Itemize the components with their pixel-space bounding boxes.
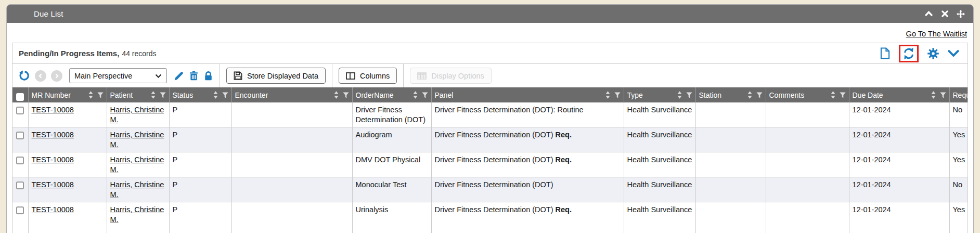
records-count: 44 records [122, 49, 156, 58]
patient-link[interactable]: Harris, Christine M. [110, 131, 164, 149]
filter-icon[interactable] [940, 92, 946, 98]
panel-cell: Driver Fitness Determination (DOT)Req. [431, 127, 624, 152]
row-checkbox[interactable] [16, 132, 24, 139]
patient-link[interactable]: Harris, Christine M. [110, 156, 164, 174]
encounter-cell [231, 152, 352, 177]
filter-icon[interactable] [686, 92, 692, 98]
perspective-value: Main Perspective [74, 72, 132, 80]
display-options-button-disabled[interactable]: Display Options [410, 68, 492, 84]
encounter-cell [231, 202, 352, 233]
due-date-cell: 12-01-2024 [849, 127, 949, 152]
table-row: TEST-10008 Harris, Christine M. P DMV DO… [12, 152, 968, 177]
station-cell [695, 102, 766, 127]
table-row: TEST-10008 Harris, Christine M. P Urinal… [12, 202, 968, 233]
mr-number-link[interactable]: TEST-10008 [32, 131, 74, 139]
required-cell: Yes [949, 202, 968, 233]
save-floppy-icon [234, 71, 242, 80]
sort-icon[interactable] [677, 91, 682, 99]
sort-icon[interactable] [831, 91, 835, 99]
status-cell: P [169, 177, 231, 202]
col-header-patient[interactable]: Patient [107, 87, 169, 102]
patient-link[interactable]: Harris, Christine M. [110, 180, 164, 199]
undo-icon[interactable] [19, 70, 30, 82]
prev-perspective-button-disabled[interactable] [35, 70, 46, 82]
select-all-checkbox[interactable] [16, 93, 24, 101]
sort-icon[interactable] [931, 91, 936, 99]
station-cell [695, 127, 766, 152]
gear-icon[interactable] [927, 48, 939, 59]
due-list-panel: Due List Go To The Waitlist Pending/In P… [6, 4, 974, 233]
filter-icon[interactable] [614, 92, 621, 98]
row-checkbox[interactable] [16, 182, 24, 189]
sort-icon[interactable] [88, 91, 93, 99]
move-icon[interactable] [957, 10, 965, 18]
mr-number-link[interactable]: TEST-10008 [32, 106, 74, 114]
filter-icon[interactable] [756, 92, 763, 98]
lock-icon[interactable] [203, 71, 213, 81]
filter-icon[interactable] [343, 92, 349, 98]
type-cell: Health Surveillance [624, 152, 695, 177]
sort-icon[interactable] [413, 91, 418, 99]
due-date-cell: 12-01-2024 [849, 202, 949, 233]
waitlist-row: Go To The Waitlist [7, 23, 973, 43]
comments-cell [766, 102, 849, 127]
sort-icon[interactable] [334, 91, 339, 99]
status-cell: P [169, 102, 231, 127]
mr-number-link[interactable]: TEST-10008 [32, 156, 74, 164]
required-cell: No [949, 177, 968, 202]
mr-number-link[interactable]: TEST-10008 [32, 180, 74, 189]
mr-number-link[interactable]: TEST-10008 [32, 205, 74, 214]
col-header-encounter[interactable]: Encounter [231, 87, 352, 102]
required-cell: Yes [949, 152, 968, 177]
patient-link[interactable]: Harris, Christine M. [110, 106, 164, 124]
filter-icon[interactable] [222, 92, 228, 98]
titlebar: Due List [7, 5, 973, 23]
new-document-icon[interactable] [880, 47, 890, 59]
store-displayed-data-button[interactable]: Store Displayed Data [226, 68, 326, 84]
sort-icon[interactable] [747, 91, 752, 99]
comments-cell [766, 127, 849, 152]
go-to-waitlist-link[interactable]: Go To The Waitlist [906, 30, 967, 38]
filter-icon[interactable] [840, 92, 846, 98]
toolbar: Main Perspective [12, 64, 968, 87]
row-checkbox[interactable] [16, 206, 24, 214]
row-checkbox[interactable] [16, 157, 24, 164]
collapse-chevron-up-icon[interactable] [924, 11, 933, 17]
pending-items-box: Pending/In Progress Items, 44 records [12, 43, 968, 233]
filter-icon[interactable] [160, 92, 166, 98]
col-header-comments[interactable]: Comments [766, 87, 849, 102]
sort-icon[interactable] [213, 91, 218, 99]
list-header: Pending/In Progress Items, 44 records [12, 43, 968, 64]
col-header-mr-number[interactable]: MR Number [28, 87, 107, 102]
col-header-status[interactable]: Status [169, 87, 231, 102]
refresh-highlight-box [899, 45, 919, 62]
due-list-table: MR Number Patient Status Encounter Order… [12, 87, 968, 233]
panel-cell: Driver Fitness Determination (DOT) [431, 177, 624, 202]
encounter-cell [231, 177, 352, 202]
col-header-type[interactable]: Type [624, 87, 695, 102]
trash-icon[interactable] [189, 71, 199, 81]
sort-icon[interactable] [605, 91, 610, 99]
encounter-cell [231, 102, 352, 127]
refresh-icon[interactable] [902, 47, 915, 60]
table-header-row: MR Number Patient Status Encounter Order… [12, 87, 968, 102]
close-icon[interactable] [942, 10, 948, 17]
filter-icon[interactable] [97, 92, 104, 98]
station-cell [695, 152, 766, 177]
col-header-due-date[interactable]: Due Date [849, 87, 949, 102]
filter-icon[interactable] [422, 92, 428, 98]
col-header-panel[interactable]: Panel [431, 87, 624, 102]
perspective-select[interactable]: Main Perspective [69, 68, 167, 83]
patient-link[interactable]: Harris, Christine M. [110, 205, 164, 224]
col-header-ordername[interactable]: OrderName [352, 87, 431, 102]
sort-icon[interactable] [151, 91, 156, 99]
chevron-down-icon[interactable] [948, 50, 959, 57]
comments-cell [766, 202, 849, 233]
table-row: TEST-10008 Harris, Christine M. P Audiog… [12, 127, 968, 152]
col-header-station[interactable]: Station [695, 87, 766, 102]
edit-pencil-icon[interactable] [174, 71, 184, 81]
col-header-required[interactable]: Required [949, 87, 968, 102]
row-checkbox[interactable] [16, 107, 24, 114]
columns-button[interactable]: Columns [339, 68, 397, 84]
next-perspective-button-disabled[interactable] [51, 70, 62, 82]
